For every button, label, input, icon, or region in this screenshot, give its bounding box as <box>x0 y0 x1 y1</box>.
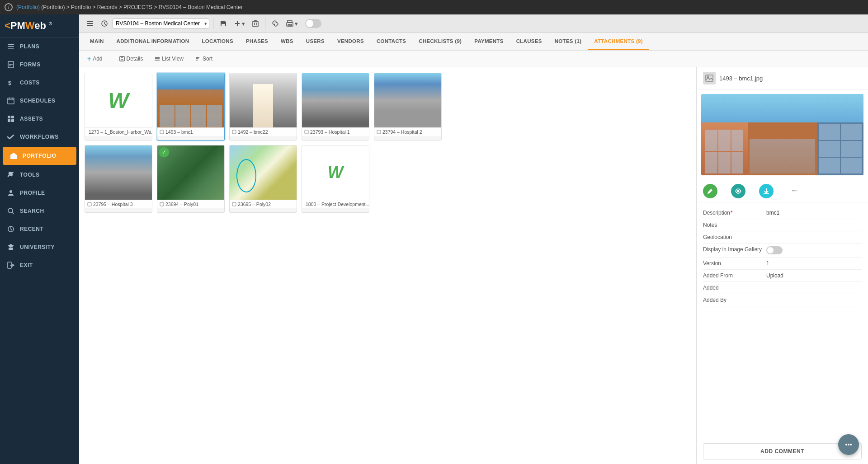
download-button[interactable] <box>759 184 774 198</box>
gallery-area: W 1270 – 1_Boston_Harbor_Wa... ✓ <box>79 67 696 464</box>
tab-wbs[interactable]: WBS <box>274 33 300 50</box>
list-view-button[interactable]: List View <box>151 54 187 64</box>
added-row: Added <box>703 282 862 294</box>
tab-additional[interactable]: ADDITIONAL INFORMATION <box>110 33 196 50</box>
link-button[interactable] <box>269 18 282 29</box>
portfolio-icon <box>9 151 18 160</box>
sidebar-item-university[interactable]: UNIVERSITY <box>0 238 79 256</box>
tab-contacts[interactable]: CONTACTS <box>370 33 412 50</box>
plans-icon <box>6 42 15 51</box>
sidebar-item-label: COSTS <box>20 80 40 86</box>
sort-button[interactable]: Sort <box>192 54 216 64</box>
edit-button[interactable] <box>703 184 717 198</box>
right-panel-image <box>697 89 868 180</box>
description-label: Description <box>703 210 766 216</box>
caption-text: 23794 – Hospital 2 <box>382 129 422 135</box>
toolbar-separator-1 <box>213 18 213 29</box>
tab-users[interactable]: USERS <box>300 33 331 50</box>
menu-button[interactable] <box>84 18 96 29</box>
svg-rect-5 <box>9 64 13 65</box>
add-button[interactable]: + Add <box>84 53 106 64</box>
added-by-label: Added By <box>703 297 766 303</box>
gallery-item[interactable]: 23794 – Hospital 2 <box>374 73 442 141</box>
record-selector[interactable]: RVS0104 – Boston Medical Center <box>113 19 209 28</box>
tab-main[interactable]: MAIN <box>84 33 110 50</box>
tab-phases[interactable]: PHASES <box>240 33 274 50</box>
sidebar-item-search[interactable]: SEARCH <box>0 202 79 220</box>
sidebar-item-label: TOOLS <box>20 172 40 178</box>
schedules-icon <box>6 96 15 105</box>
gallery-item[interactable]: ✓ 23694 – Poly01 <box>157 145 225 213</box>
sidebar-item-profile[interactable]: PROFILE <box>0 184 79 202</box>
version-label: Version <box>703 260 766 267</box>
tab-notes[interactable]: NOTES (1) <box>548 33 588 50</box>
svg-rect-47 <box>232 130 236 134</box>
add-label: Add <box>93 56 102 62</box>
added-label: Added <box>703 285 766 291</box>
image-gallery-toggle[interactable] <box>766 246 783 254</box>
content-area: RVS0104 – Boston Medical Center ▾ ▾ <box>79 14 868 464</box>
search-icon <box>6 206 15 216</box>
svg-rect-15 <box>11 119 14 122</box>
sidebar-item-tools[interactable]: TOOLS <box>0 166 79 184</box>
gallery-item[interactable]: 23793 – Hospital 1 <box>302 73 369 141</box>
sidebar-item-forms[interactable]: FORMS <box>0 56 79 74</box>
fab-button[interactable] <box>838 434 859 455</box>
tab-clauses[interactable]: CLAUSES <box>510 33 548 50</box>
gallery-item[interactable]: 23795 – Hospital 3 <box>85 145 152 213</box>
sidebar-item-exit[interactable]: EXIT <box>0 256 79 274</box>
svg-rect-1 <box>8 46 14 47</box>
caption-text: 1493 – bmc1 <box>165 129 193 135</box>
tab-vendors[interactable]: VENDORS <box>331 33 370 50</box>
svg-rect-48 <box>305 130 308 134</box>
svg-rect-37 <box>120 56 124 61</box>
caption-text: 23694 – Poly01 <box>165 202 198 207</box>
history-button[interactable] <box>98 18 111 29</box>
gallery-item[interactable]: W 1270 – 1_Boston_Harbor_Wa... <box>85 73 152 141</box>
sidebar-item-label: SEARCH <box>20 208 44 214</box>
sidebar-item-plans[interactable]: PLANS <box>0 37 79 56</box>
geolocation-label: Geolocation <box>703 234 766 240</box>
sidebar-item-schedules[interactable]: SCHEDULES <box>0 92 79 110</box>
delete-button[interactable] <box>250 18 261 29</box>
display-label: Display in Image Gallery <box>703 246 766 253</box>
added-from-row: Added From Upload <box>703 270 862 282</box>
gallery-item[interactable]: 1492 – bmc22 <box>229 73 297 141</box>
print-button[interactable]: ▾ <box>283 18 301 29</box>
svg-rect-20 <box>9 248 13 250</box>
more-options-button[interactable] <box>787 184 802 198</box>
save-button[interactable] <box>217 18 230 29</box>
sidebar-item-workflows[interactable]: WORKFLOWS <box>0 128 79 146</box>
tab-payments[interactable]: PAYMENTS <box>468 33 509 50</box>
assets-icon <box>6 114 15 123</box>
svg-rect-51 <box>160 202 164 206</box>
sidebar-item-costs[interactable]: $ COSTS <box>0 74 79 92</box>
portfolio-link[interactable]: (Portfolio) <box>16 4 40 10</box>
tab-attachments[interactable]: ATTACHMENTS (9) <box>588 33 649 50</box>
svg-rect-2 <box>8 48 14 49</box>
svg-point-56 <box>737 190 740 192</box>
tab-checklists[interactable]: CHECKLISTS (9) <box>412 33 468 50</box>
sidebar-item-portfolio[interactable]: PORTFOLIO <box>3 147 76 165</box>
description-value: bmc1 <box>766 210 862 216</box>
gallery-item[interactable]: W 1800 – Project Development... <box>302 145 369 213</box>
add-dropdown-button[interactable]: ▾ <box>231 19 248 29</box>
sidebar-item-assets[interactable]: ASSETS <box>0 110 79 128</box>
list-view-label: List View <box>162 56 184 62</box>
tab-locations[interactable]: LOCATIONS <box>195 33 240 50</box>
svg-line-18 <box>12 212 14 214</box>
actions-separator-1 <box>111 55 111 63</box>
gallery-item[interactable]: 23695 – Poly02 <box>229 145 297 213</box>
logo: <PMWeb ® <box>5 20 52 32</box>
svg-rect-24 <box>87 23 93 24</box>
main-split: W 1270 – 1_Boston_Harbor_Wa... ✓ <box>79 67 868 464</box>
gallery-item[interactable]: ✓ <box>157 73 225 141</box>
sidebar: <PMWeb ® PLANS FORMS $ COSTS <box>0 14 79 464</box>
sidebar-item-recent[interactable]: RECENT <box>0 220 79 238</box>
toggle-button[interactable] <box>302 17 324 30</box>
info-icon[interactable]: i <box>5 3 13 11</box>
svg-rect-12 <box>8 116 10 118</box>
description-row: Description bmc1 <box>703 207 862 219</box>
details-toggle[interactable]: Details <box>116 54 147 64</box>
view-button[interactable] <box>731 184 745 198</box>
